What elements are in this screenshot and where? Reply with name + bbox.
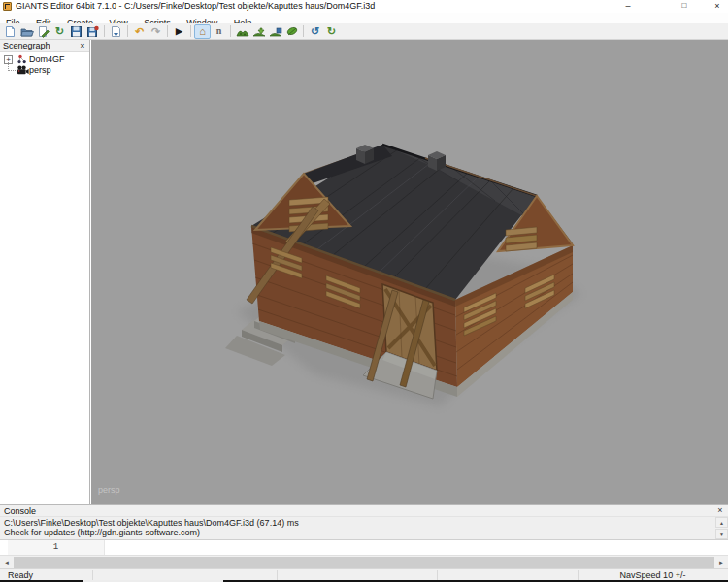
title-bar[interactable]: GIANTS Editor 64bit 7.1.0 - C:/Users/Fin… <box>0 0 728 13</box>
undo-button[interactable]: ↶ <box>131 24 148 39</box>
viewport-3d-scene[interactable] <box>91 40 728 504</box>
toolbar-separator <box>104 25 105 37</box>
console-panel: Console × C:\Users\Finke\Desktop\Test ob… <box>0 504 728 568</box>
status-bar: Ready NavSpeed 10 +/- <box>0 568 728 580</box>
scroll-right-icon[interactable]: ► <box>714 556 728 569</box>
toolbar: ↻ ↶ ↷ <box>0 23 728 40</box>
app-icon <box>3 2 12 11</box>
console-vertical-scrollbar[interactable]: ▲ ▼ <box>715 517 728 539</box>
refresh-button[interactable]: ↻ <box>51 24 68 39</box>
close-button[interactable]: × <box>707 0 728 13</box>
terrain-sculpt-icon <box>236 25 249 38</box>
terrain-smooth-icon <box>252 25 266 38</box>
refresh-icon: ↻ <box>55 26 64 37</box>
toolbar-separator <box>190 25 191 37</box>
viewport-camera-label: persp <box>98 485 120 495</box>
toolbar-separator <box>303 25 304 37</box>
open-folder-button[interactable] <box>18 24 35 39</box>
house-model[interactable] <box>225 145 573 399</box>
line-number-gutter: 1 <box>8 540 105 555</box>
minimize-button[interactable]: – <box>617 0 639 13</box>
toolbar-separator <box>127 25 128 37</box>
chimney-left <box>356 145 374 164</box>
rotate-view-left-icon: ↺ <box>311 26 319 37</box>
n-tool-button[interactable]: n <box>211 24 227 39</box>
foliage-paint-button[interactable] <box>283 24 300 39</box>
scroll-up-icon[interactable]: ▲ <box>715 517 728 528</box>
boarded-window-right-gable[interactable] <box>506 227 537 251</box>
tree-connector <box>8 62 16 71</box>
console-line: C:\Users\Finke\Desktop\Test objekte\Kapu… <box>4 518 712 528</box>
edit-file-button[interactable] <box>35 24 51 39</box>
terrain-sculpt-button[interactable] <box>234 24 250 39</box>
console-close-icon[interactable]: × <box>715 505 725 517</box>
import-button[interactable] <box>108 24 124 39</box>
scenegraph-close-icon[interactable]: × <box>78 40 87 52</box>
status-divider <box>437 570 438 580</box>
foliage-paint-icon <box>285 25 299 38</box>
terrain-paint-icon <box>269 25 282 38</box>
rotate-view-right-icon: ↻ <box>327 26 336 37</box>
play-icon: ▶ <box>176 27 182 36</box>
new-file-icon <box>4 25 17 38</box>
window-title: GIANTS Editor 64bit 7.1.0 - C:/Users/Fin… <box>16 1 375 11</box>
rotate-view-left-button[interactable]: ↺ <box>307 24 323 39</box>
play-button[interactable]: ▶ <box>171 24 187 39</box>
scroll-left-icon[interactable]: ◄ <box>0 556 14 569</box>
status-divider <box>92 570 93 580</box>
scroll-down-icon[interactable]: ▼ <box>715 529 728 539</box>
script-input-row[interactable]: 1 <box>0 539 728 555</box>
save-button[interactable] <box>68 24 84 39</box>
giants-editor-window: GIANTS Editor 64bit 7.1.0 - C:/Users/Fin… <box>0 0 728 582</box>
script-input-field[interactable] <box>106 540 728 555</box>
save-as-button[interactable] <box>84 24 101 39</box>
viewport-3d[interactable]: persp <box>91 40 728 504</box>
frame-selected-icon: ⌂ <box>199 26 206 37</box>
tree-node-label[interactable]: persp <box>29 65 51 76</box>
console-title: Console <box>4 506 36 516</box>
chimney-right <box>428 151 446 171</box>
camera-icon <box>17 65 29 77</box>
edit-file-icon <box>37 25 50 38</box>
undo-icon: ↶ <box>135 26 144 37</box>
toolbar-separator <box>167 25 168 37</box>
scenegraph-tree: + Dom4GF <box>0 52 89 76</box>
scenegraph-panel: Scenegraph × + Dom4GF <box>0 40 90 504</box>
console-output: C:\Users\Finke\Desktop\Test objekte\Kapu… <box>0 517 728 539</box>
maximize-button[interactable]: □ <box>674 0 695 13</box>
main-area: Scenegraph × + Dom4GF <box>0 40 728 504</box>
console-horizontal-scrollbar[interactable]: ◄ ► <box>0 555 728 569</box>
terrain-paint-button[interactable] <box>267 24 283 39</box>
import-icon <box>110 25 122 38</box>
scenegraph-header[interactable]: Scenegraph × <box>0 40 89 52</box>
save-as-icon <box>86 25 99 38</box>
n-tool-icon: n <box>216 26 222 36</box>
redo-icon: ↷ <box>151 26 160 37</box>
console-header[interactable]: Console × <box>0 505 728 517</box>
scrollbar-thumb[interactable] <box>14 557 714 568</box>
tree-node-persp[interactable]: persp <box>0 65 89 76</box>
toolbar-separator <box>230 25 231 37</box>
tree-node-label[interactable]: Dom4GF <box>29 54 65 65</box>
save-icon <box>70 25 83 38</box>
redo-button[interactable]: ↷ <box>148 24 164 39</box>
status-divider <box>277 570 278 580</box>
new-file-button[interactable] <box>2 24 18 39</box>
terrain-smooth-button[interactable] <box>250 24 267 39</box>
scenegraph-title: Scenegraph <box>3 41 50 50</box>
rotate-view-right-button[interactable]: ↻ <box>323 24 340 39</box>
console-line: Check for updates (http://gdn.giants-sof… <box>4 528 712 537</box>
frame-selected-button[interactable]: ⌂ <box>194 24 211 39</box>
open-folder-icon <box>20 25 34 38</box>
menu-bar: File Edit Create View Scripts Window Hel… <box>0 13 728 23</box>
